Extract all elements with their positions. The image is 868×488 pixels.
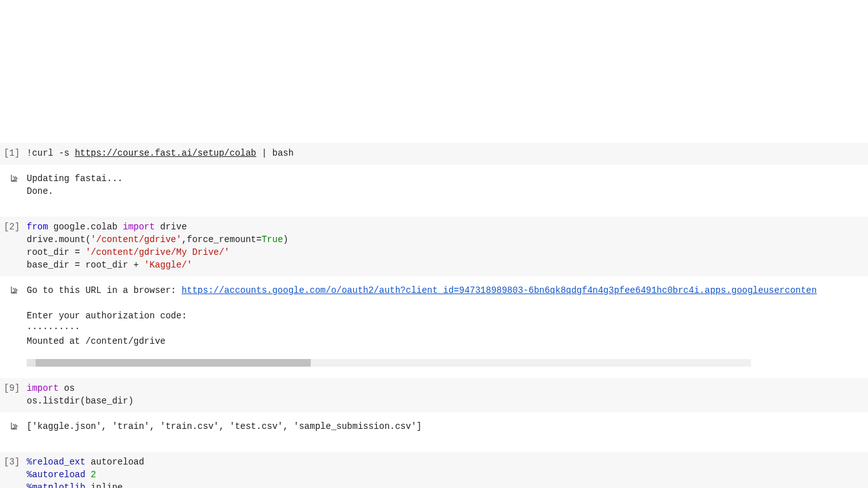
scrollbar-thumb[interactable] [36, 359, 311, 367]
code-content[interactable]: %reload_ext autoreload %autoreload 2 %ma… [27, 456, 868, 488]
output-icon [9, 285, 19, 295]
code-content[interactable]: import os os.listdir(base_dir) [27, 382, 868, 407]
output-icon [9, 173, 19, 184]
notebook: [1]!curl -s https://course.fast.ai/setup… [0, 143, 868, 488]
cell-prompt: [3] [0, 456, 27, 468]
output-content: Go to this URL in a browser: https://acc… [27, 284, 868, 348]
blank-top [0, 0, 868, 143]
output-gutter [0, 284, 27, 295]
code-content[interactable]: from google.colab import drive drive.mou… [27, 220, 868, 271]
output-cell: ['kaggle.json', 'train', 'train.csv', 't… [0, 412, 868, 440]
code-cell[interactable]: [3]%reload_ext autoreload %autoreload 2 … [0, 452, 868, 488]
cell-spacer [0, 440, 868, 452]
output-cell: Go to this URL in a browser: https://acc… [0, 276, 868, 355]
cell-prompt: [1] [0, 147, 27, 159]
cell-spacer [0, 367, 868, 378]
code-content[interactable]: !curl -s https://course.fast.ai/setup/co… [27, 147, 868, 159]
cell-prompt: [2] [0, 220, 27, 233]
code-cell[interactable]: [1]!curl -s https://course.fast.ai/setup… [0, 143, 868, 165]
cell-spacer [0, 205, 868, 217]
horizontal-scrollbar[interactable] [27, 359, 751, 367]
output-content: ['kaggle.json', 'train', 'train.csv', 't… [27, 420, 868, 433]
output-gutter [0, 172, 27, 184]
cell-prompt: [9] [0, 382, 27, 395]
output-content: Updating fastai... Done. [27, 172, 868, 198]
output-cell: Updating fastai... Done. [0, 165, 868, 205]
code-cell[interactable]: [9]import os os.listdir(base_dir) [0, 378, 868, 412]
code-cell[interactable]: [2]from google.colab import drive drive.… [0, 217, 868, 276]
output-gutter [0, 420, 27, 431]
output-icon [9, 421, 19, 431]
